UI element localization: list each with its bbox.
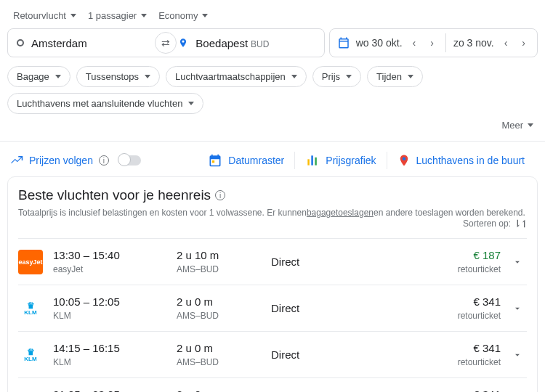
return-prev[interactable]: ‹ <box>500 37 512 49</box>
caret-icon <box>202 14 208 17</box>
airline-name: KLM <box>53 311 177 321</box>
return-date-text: zo 3 nov. <box>453 37 494 49</box>
filter-chip[interactable]: Luchthavens met aansluitende vluchten <box>7 93 203 114</box>
info-icon[interactable]: i <box>215 190 225 200</box>
ticket-type: retourticket <box>458 311 501 321</box>
pin-icon <box>178 36 188 49</box>
destination-text: Boedapest <box>195 37 248 49</box>
origin-icon <box>17 39 24 46</box>
airline-logo: ♛KLM <box>18 389 43 393</box>
results-subtitle: Totaalprijs is inclusief belastingen en … <box>18 208 527 229</box>
flight-row[interactable]: easyJet13:30 – 15:40easyJet2 u 10 mAMS–B… <box>18 238 527 285</box>
sort-icon <box>515 218 527 229</box>
airline-logo: ♛KLM <box>18 343 43 367</box>
caret-icon <box>188 102 194 105</box>
filter-chip[interactable]: Bagage <box>7 66 70 87</box>
results-card: Beste vluchten voor je heenreisi Totaalp… <box>7 176 538 392</box>
caret-icon <box>528 123 533 127</box>
flight-row[interactable]: ♛KLM21:05 – 23:05KLM2 u 0 mAMS–BUDDirect… <box>18 377 527 392</box>
airline-name: easyJet <box>53 264 177 274</box>
sort-button[interactable]: Sorteren op: <box>463 218 527 229</box>
trend-icon <box>10 154 23 167</box>
flight-times: 21:05 – 23:05 <box>53 388 177 392</box>
caret-icon <box>291 75 297 78</box>
price-graph-button[interactable]: Prijsgrafiek <box>295 153 386 168</box>
depart-date[interactable]: wo 30 okt. ‹ › <box>330 29 445 57</box>
calendar-icon <box>208 153 222 168</box>
bars-icon <box>305 153 320 168</box>
origin-input[interactable]: Amsterdam <box>8 30 162 57</box>
nearby-airports-button[interactable]: Luchthavens in de buurt <box>387 153 535 168</box>
flight-times: 13:30 – 15:40 <box>53 249 177 261</box>
airline-name: KLM <box>53 357 177 367</box>
flight-times: 14:15 – 16:15 <box>53 342 177 354</box>
caret-icon <box>55 75 61 78</box>
destination-input[interactable]: BoedapestBUD <box>162 29 323 57</box>
filter-chips: BagageTussenstopsLuchtvaartmaatschappije… <box>7 66 538 114</box>
destination-code: BUD <box>251 39 269 49</box>
caret-icon <box>145 75 150 78</box>
passengers-dropdown[interactable]: 1 passagier <box>82 6 153 25</box>
flight-row[interactable]: ♛KLM14:15 – 16:15KLM2 u 0 mAMS–BUDDirect… <box>18 331 527 377</box>
origin-destination-box: Amsterdam ⇄ BoedapestBUD <box>7 28 325 57</box>
flight-price: € 187 <box>458 249 501 261</box>
filter-chip[interactable]: Luchtvaartmaatschappijen <box>166 66 307 87</box>
flight-price: € 341 <box>458 388 501 392</box>
expand-flight[interactable] <box>508 346 527 364</box>
svg-rect-2 <box>312 155 314 165</box>
flight-stops: Direct <box>271 256 366 268</box>
origin-text: Amsterdam <box>31 37 87 49</box>
flight-price: € 341 <box>458 342 501 354</box>
pin-icon <box>397 153 411 168</box>
more-filters[interactable]: Meer <box>7 120 538 131</box>
flight-times: 10:05 – 12:05 <box>53 295 177 308</box>
flight-duration: 2 u 0 m <box>177 295 271 308</box>
calendar-icon <box>337 36 350 49</box>
caret-icon <box>346 75 352 78</box>
filter-chip[interactable]: Prijs <box>312 66 361 87</box>
flight-price: € 341 <box>458 295 501 308</box>
flight-row[interactable]: ♛KLM10:05 – 12:05KLM2 u 0 mAMS–BUDDirect… <box>18 285 527 331</box>
expand-flight[interactable] <box>508 299 527 318</box>
track-prices[interactable]: Prijzen volgen i <box>10 154 141 167</box>
depart-date-text: wo 30 okt. <box>356 37 403 49</box>
caret-icon <box>408 75 413 78</box>
trip-type-dropdown[interactable]: Retourvlucht <box>7 6 82 25</box>
results-title: Beste vluchten voor je heenreisi <box>18 187 527 203</box>
flight-duration: 2 u 10 m <box>177 249 271 261</box>
filter-chip[interactable]: Tijden <box>367 66 423 87</box>
flight-stops: Direct <box>271 302 366 314</box>
return-next[interactable]: › <box>517 37 530 49</box>
return-date[interactable]: zo 3 nov. ‹ › <box>446 30 537 56</box>
expand-flight[interactable] <box>508 253 527 271</box>
flight-route: AMS–BUD <box>177 311 271 321</box>
depart-prev[interactable]: ‹ <box>408 37 421 49</box>
caret-icon <box>70 14 76 17</box>
date-box: wo 30 okt. ‹ › zo 3 nov. ‹ › <box>329 28 538 57</box>
flight-stops: Direct <box>271 348 366 361</box>
baggage-fees-link[interactable]: bagagetoeslagen <box>307 208 374 218</box>
track-toggle[interactable] <box>119 155 141 166</box>
svg-rect-0 <box>212 160 214 163</box>
caret-icon <box>141 14 147 17</box>
cabin-class-dropdown[interactable]: Economy <box>153 6 214 25</box>
info-icon[interactable]: i <box>99 155 109 166</box>
ticket-type: retourticket <box>458 264 501 274</box>
airline-logo: easyJet <box>18 250 43 274</box>
swap-button[interactable]: ⇄ <box>155 32 177 54</box>
svg-rect-3 <box>315 158 318 166</box>
flight-duration: 2 u 0 m <box>177 342 271 354</box>
trip-options: Retourvlucht 1 passagier Economy <box>7 6 538 25</box>
depart-next[interactable]: › <box>426 37 438 49</box>
date-grid-button[interactable]: Datumraster <box>198 153 294 168</box>
flight-route: AMS–BUD <box>177 357 271 367</box>
svg-point-4 <box>402 158 405 161</box>
filter-chip[interactable]: Tussenstops <box>76 66 160 87</box>
svg-rect-1 <box>308 159 310 165</box>
ticket-type: retourticket <box>458 357 501 367</box>
flight-route: AMS–BUD <box>177 264 271 274</box>
airline-logo: ♛KLM <box>18 296 43 321</box>
flight-duration: 2 u 0 m <box>177 388 271 392</box>
